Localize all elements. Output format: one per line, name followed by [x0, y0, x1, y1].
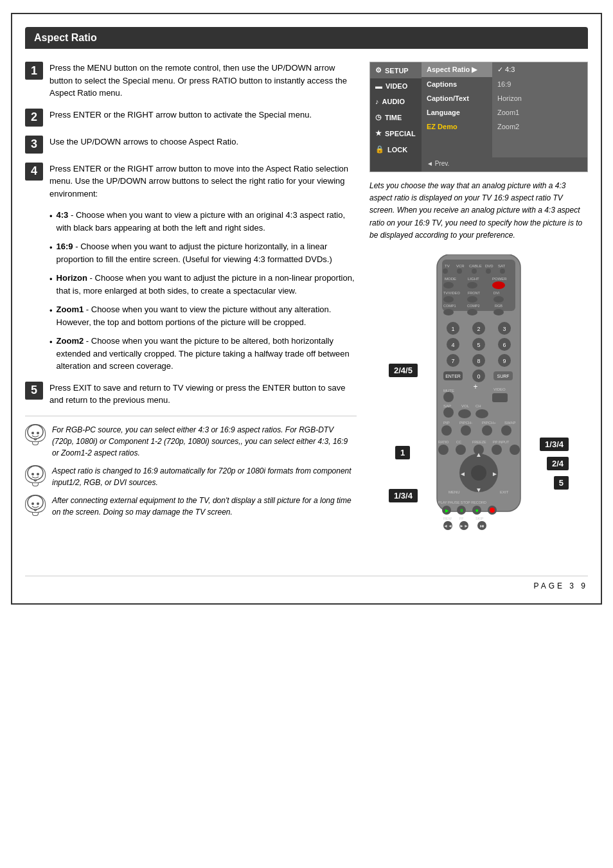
svg-text:VIDEO: VIDEO: [493, 387, 506, 391]
step-2: 2 Press ENTER or the RIGHT arrow button …: [25, 109, 357, 127]
svg-point-2: [37, 432, 39, 434]
special-icon: ★: [375, 129, 382, 137]
right-column: ⚙ SETUP ▬ VIDEO ♪ AUDIO ◷: [369, 62, 588, 563]
svg-text:RATIO: RATIO: [438, 440, 449, 444]
menu-item-setup: ⚙ SETUP: [370, 62, 422, 78]
lock-icon: 🔒: [375, 145, 384, 154]
captions-label: Captions: [427, 80, 457, 88]
svg-point-25: [467, 282, 477, 288]
menu-language: Language: [422, 105, 492, 120]
page-container: Aspect Ratio 1 Press the MENU button on …: [11, 13, 602, 605]
svg-point-8: [37, 502, 39, 505]
svg-point-17: [457, 269, 462, 274]
svg-text:7: 7: [451, 358, 454, 364]
svg-point-90: [510, 445, 520, 455]
ez-demo-label: EZ Demo: [427, 123, 458, 130]
svg-point-79: [461, 425, 471, 436]
step-text-4: Press ENTER or the RIGHT arrow button to…: [49, 163, 357, 200]
time-icon: ◷: [375, 113, 382, 121]
svg-point-87: [456, 445, 466, 455]
svg-point-4: [31, 473, 34, 475]
svg-text:COMP1: COMP1: [443, 304, 456, 308]
svg-text:■: ■: [475, 508, 478, 513]
svg-point-18: [472, 269, 477, 274]
callout-5-right: 5: [554, 476, 569, 490]
step-text-2: Press ENTER or the RIGHT arrow button to…: [49, 109, 312, 121]
bullet-text-4: Zoom1 - Choose when you want to view the…: [57, 303, 357, 328]
callout-24-right: 2/4: [547, 457, 569, 470]
svg-text:CC: CC: [456, 440, 461, 444]
svg-rect-67: [492, 393, 508, 402]
menu-4-3: ✓ 4:3: [492, 62, 587, 77]
svg-text:►: ►: [492, 470, 498, 477]
bullet-dot-1: •: [49, 210, 53, 234]
note-item-1: For RGB-PC source, you can select either…: [25, 424, 357, 459]
svg-text:1: 1: [451, 326, 454, 332]
svg-text:RGB: RGB: [495, 304, 502, 308]
menu-16-9: 16:9: [492, 77, 587, 91]
divider-1: [25, 416, 357, 416]
svg-point-89: [492, 445, 502, 455]
svg-text:⏸: ⏸: [459, 508, 464, 513]
video-label: VIDEO: [386, 82, 407, 90]
bullet-dot-3: •: [49, 273, 53, 297]
step-number-1: 1: [25, 62, 43, 80]
svg-text:TV: TV: [445, 264, 450, 268]
menu-item-time: ◷ TIME: [370, 109, 422, 125]
bullet-dot-5: •: [49, 336, 53, 373]
step-text-3: Use the UP/DOWN arrows to choose Aspect …: [49, 136, 238, 148]
svg-text:▲: ▲: [475, 451, 482, 458]
svg-point-86: [438, 445, 449, 455]
svg-text:◄◄: ◄◄: [443, 524, 452, 528]
svg-text:PIPCH-: PIPCH-: [459, 421, 472, 425]
svg-text:3: 3: [502, 326, 506, 332]
menu-captions: Captions: [422, 77, 492, 91]
page-title: Aspect Ratio: [25, 27, 588, 49]
svg-text:6: 6: [502, 342, 506, 348]
svg-text:POWER: POWER: [492, 277, 507, 281]
bullet-item-3: • Horizon - Choose when you want to adju…: [49, 272, 357, 297]
svg-point-30: [443, 296, 454, 303]
svg-point-38: [493, 309, 504, 315]
callout-245: 2/4/5: [389, 364, 418, 377]
callout-134-bottom: 1/3/4: [389, 489, 418, 502]
menu-middle: Aspect Ratio ▶ Captions Caption/Text Lan…: [422, 62, 492, 157]
menu-item-special: ★ SPECIAL: [370, 125, 422, 141]
svg-text:DVD: DVD: [485, 264, 493, 268]
svg-point-31: [467, 296, 477, 303]
svg-text:8: 8: [477, 358, 480, 364]
svg-text:LIGHT: LIGHT: [468, 277, 479, 281]
svg-text:◄: ◄: [459, 470, 466, 477]
svg-text:PLAY PAUSE STOP RECORD: PLAY PAUSE STOP RECORD: [438, 500, 486, 504]
svg-text:CH: CH: [475, 404, 481, 408]
note-icon-2: [25, 465, 46, 483]
bullet-text-3: Horizon - Choose when you want to adjust…: [57, 272, 357, 297]
svg-point-92: [471, 465, 486, 481]
language-label: Language: [427, 109, 460, 116]
step-number-5: 5: [25, 382, 43, 400]
video-icon: ▬: [375, 82, 382, 90]
menu-prev-text: ◄ Prev.: [422, 157, 587, 172]
svg-text:9: 9: [502, 358, 506, 364]
svg-point-32: [493, 296, 504, 303]
menu-zoom1: Zoom1: [492, 105, 587, 120]
note-item-2: Aspect ratio is changed to 16:9 automati…: [25, 465, 357, 488]
step-number-3: 3: [25, 136, 43, 154]
menu-screenshot: ⚙ SETUP ▬ VIDEO ♪ AUDIO ◷: [369, 62, 588, 172]
bullet-text-2: 16:9 - Choose when you want to adjust th…: [57, 240, 357, 265]
bullet-text-1: 4:3 - Choose when you want to view a pic…: [57, 209, 357, 234]
step-text-5: Press EXIT to save and return to TV view…: [49, 382, 357, 407]
remote-wrapper: TV VCR CABLE DVD SAT MODE LIGHT POWER: [389, 254, 569, 563]
svg-text:FREEZE: FREEZE: [472, 440, 486, 444]
svg-text:SWAP: SWAP: [504, 421, 515, 425]
svg-text:▼: ▼: [475, 486, 482, 493]
svg-point-26: [492, 281, 505, 289]
svg-point-37: [467, 309, 477, 315]
svg-text:►►: ►►: [459, 524, 468, 528]
svg-point-36: [443, 309, 454, 315]
audio-icon: ♪: [375, 98, 379, 105]
svg-point-19: [486, 269, 491, 274]
setup-label: SETUP: [385, 67, 409, 75]
step-number-4: 4: [25, 163, 43, 181]
svg-text:REW: REW: [443, 517, 452, 520]
